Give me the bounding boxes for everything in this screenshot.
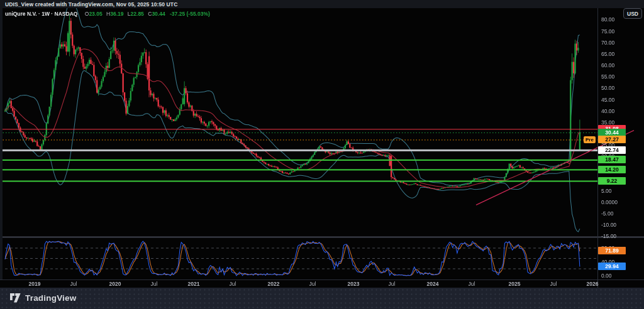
price-label-22.74: 22.74 bbox=[598, 146, 626, 154]
time-tick-Jul: Jul bbox=[543, 281, 564, 287]
price-label-14.20: 14.20 bbox=[598, 166, 626, 173]
price-label-18.47: 18.47 bbox=[598, 156, 626, 163]
premarket-chip: Pre bbox=[584, 136, 596, 143]
price-label-9.22: 9.22 bbox=[598, 177, 626, 185]
time-tick-2026: 2026 bbox=[582, 281, 603, 287]
time-tick-2022: 2022 bbox=[263, 281, 284, 287]
price-tick: 65.00 bbox=[601, 51, 614, 57]
time-tick-2020: 2020 bbox=[104, 281, 126, 287]
price-tick: 45.00 bbox=[601, 97, 614, 103]
symbol-legend: uniQure N.V. · 1W · NASDAQ O23.05 H36.19… bbox=[5, 11, 210, 17]
tradingview-brand-text: TradingView bbox=[25, 293, 76, 303]
price-tick: 5.00 bbox=[601, 188, 612, 194]
time-tick-Jul: Jul bbox=[143, 281, 165, 287]
time-tick-Jul: Jul bbox=[381, 281, 402, 287]
time-tick-2019: 2019 bbox=[24, 281, 45, 287]
time-tick-2024: 2024 bbox=[422, 281, 443, 287]
pane-left-edge bbox=[0, 8, 3, 279]
time-tick-Jul: Jul bbox=[222, 281, 243, 287]
tradingview-logo-icon bbox=[10, 293, 21, 303]
chart-canvas[interactable] bbox=[0, 0, 644, 309]
snapshot-attribution-text: UDIS_View created with TradingView.com, … bbox=[5, 1, 177, 8]
ohlc-open-value: 23.05 bbox=[89, 11, 102, 17]
price-tick: 0.0000 bbox=[601, 199, 618, 205]
price-tick: 50.00 bbox=[601, 85, 614, 91]
ohlc-high-value: 36.19 bbox=[110, 11, 123, 17]
time-tick-Jul: Jul bbox=[461, 281, 482, 287]
price-axis[interactable]: 80.0075.0070.0065.0060.0055.0050.0045.00… bbox=[598, 8, 644, 279]
stoch-label-71.89: 71.89 bbox=[598, 247, 626, 254]
time-tick-Jul: Jul bbox=[302, 281, 323, 287]
tradingview-logo[interactable]: TradingView bbox=[10, 293, 76, 303]
bottom-toolbar: TradingView bbox=[0, 288, 644, 309]
tradingview-chart-window: UDIS_View created with TradingView.com, … bbox=[0, 0, 644, 309]
change-value: -37.25 (-55.03%) bbox=[170, 11, 210, 17]
time-tick-2025: 2025 bbox=[504, 281, 525, 287]
symbol-title: uniQure N.V. · 1W · NASDAQ bbox=[5, 11, 77, 17]
price-tick: 40.00 bbox=[601, 108, 614, 114]
price-tick: 55.00 bbox=[601, 73, 614, 80]
stoch-label-29.94: 29.94 bbox=[598, 263, 626, 270]
price-tick: -10.00 bbox=[601, 222, 616, 228]
price-tick: 60.00 bbox=[601, 62, 614, 68]
stoch-tick: 0.00 bbox=[601, 273, 612, 279]
price-tick: -15.00 bbox=[601, 233, 616, 239]
time-tick-2023: 2023 bbox=[343, 281, 364, 287]
currency-toggle-button[interactable]: USD bbox=[624, 9, 641, 18]
snapshot-header: UDIS_View created with TradingView.com, … bbox=[0, 0, 644, 8]
ohlc-close-value: 30.44 bbox=[152, 11, 165, 17]
price-tick: 70.00 bbox=[601, 40, 614, 46]
price-tick: -5.00 bbox=[601, 210, 613, 217]
price-tick: 80.00 bbox=[601, 16, 614, 23]
price-label-27.27: 27.27 bbox=[598, 136, 626, 143]
time-axis[interactable]: 2019Jul2020Jul2021Jul2022Jul2023Jul2024J… bbox=[0, 279, 597, 288]
time-tick-Jul: Jul bbox=[63, 281, 84, 287]
ohlc-low-value: 22.85 bbox=[131, 11, 144, 17]
time-tick-2021: 2021 bbox=[183, 281, 204, 287]
price-tick: 75.00 bbox=[601, 28, 614, 35]
